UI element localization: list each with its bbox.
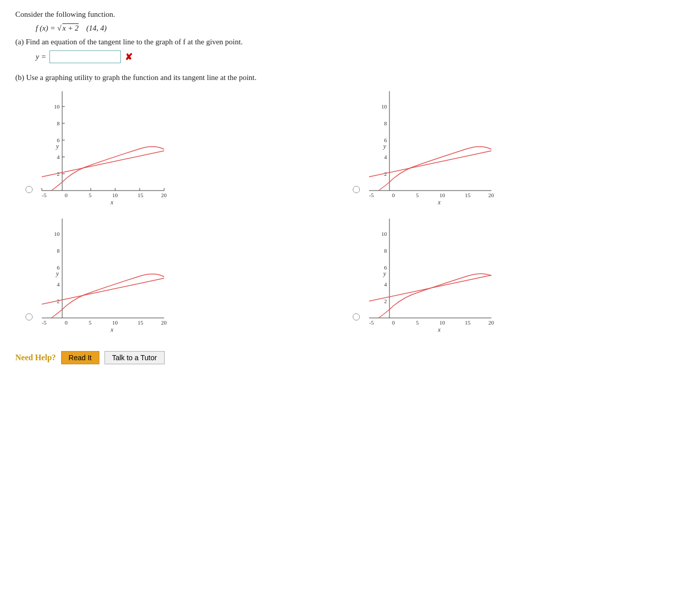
svg-text:10: 10 [439,319,446,326]
part-b-label: (b) Use a graphing utility to graph the … [15,73,665,82]
svg-text:20: 20 [161,319,167,326]
svg-text:10: 10 [381,231,387,237]
svg-text:-5: -5 [369,192,374,198]
svg-text:0: 0 [65,319,68,326]
svg-line-25 [42,151,164,177]
svg-text:10: 10 [381,103,387,110]
graph-4: 10 8 6 y 4 2 -5 0 5 10 15 20 x [364,213,496,336]
svg-text:15: 15 [465,319,471,326]
svg-line-73 [369,275,491,301]
svg-text:4: 4 [384,154,387,160]
svg-text:8: 8 [384,248,387,254]
radio-2[interactable] [353,186,360,193]
graph-container-4: 10 8 6 y 4 2 -5 0 5 10 15 20 x [353,213,665,336]
radio-4[interactable] [353,313,360,320]
graph-container-2: 10 8 6 y 4 2 -5 0 5 10 15 20 x [353,86,665,208]
svg-text:15: 15 [138,192,144,198]
svg-text:8: 8 [384,120,387,126]
svg-text:5: 5 [89,192,92,198]
graph-3: 10 8 6 y 4 2 -5 0 5 10 15 20 x [37,213,169,336]
svg-text:15: 15 [138,319,144,326]
talk-to-tutor-button[interactable]: Talk to a Tutor [104,351,165,364]
svg-text:20: 20 [161,192,167,198]
svg-text:-5: -5 [42,192,47,198]
svg-line-57 [42,278,164,304]
svg-line-41 [369,151,491,177]
svg-text:10: 10 [54,231,60,237]
svg-text:20: 20 [488,192,494,198]
svg-text:10: 10 [112,319,118,326]
svg-text:4: 4 [57,281,60,287]
need-help-row: Need Help? Read It Talk to a Tutor [15,351,665,364]
svg-text:8: 8 [57,248,60,254]
svg-text:4: 4 [384,281,387,287]
svg-text:20: 20 [488,319,494,326]
svg-text:x: x [110,326,114,333]
graphs-section: 10 8 6 y 4 2 -5 0 5 [15,86,665,336]
intro-text: Consider the following function. [15,10,665,19]
answer-input[interactable] [49,50,121,63]
svg-text:0: 0 [392,319,395,326]
need-help-label: Need Help? [15,353,56,362]
svg-text:10: 10 [439,192,446,198]
graph-1: 10 8 6 y 4 2 -5 0 5 [37,86,169,208]
function-display: f (x) = √x + 2 (14, 4) [36,24,665,33]
radio-1[interactable] [25,186,33,193]
graph-container-3: 10 8 6 y 4 2 -5 0 5 10 15 20 x [25,213,337,336]
svg-text:10: 10 [112,192,118,198]
svg-text:y: y [56,143,59,150]
svg-text:4: 4 [57,154,60,160]
svg-text:x: x [110,199,114,206]
y-equals-label: y = [36,52,46,61]
svg-text:0: 0 [392,192,395,198]
graph-2: 10 8 6 y 4 2 -5 0 5 10 15 20 x [364,86,496,208]
svg-text:0: 0 [65,192,68,198]
svg-text:x: x [437,199,441,206]
svg-text:y: y [56,270,59,277]
part-a-label: (a) Find an equation of the tangent line… [15,38,665,46]
svg-text:2: 2 [384,298,387,304]
svg-text:8: 8 [57,120,60,126]
clear-button[interactable]: ✘ [125,52,133,62]
svg-text:y: y [383,143,386,150]
svg-text:10: 10 [54,103,60,110]
svg-text:-5: -5 [42,319,47,326]
radio-3[interactable] [25,313,33,320]
svg-text:15: 15 [465,192,471,198]
graph-container-1: 10 8 6 y 4 2 -5 0 5 [25,86,337,208]
svg-text:y: y [383,270,386,277]
svg-text:x: x [437,326,441,333]
read-it-button[interactable]: Read It [61,351,99,364]
svg-text:5: 5 [89,319,92,326]
svg-text:5: 5 [416,319,419,326]
graphs-grid: 10 8 6 y 4 2 -5 0 5 [25,86,665,336]
svg-text:5: 5 [416,192,419,198]
svg-text:-5: -5 [369,319,374,326]
